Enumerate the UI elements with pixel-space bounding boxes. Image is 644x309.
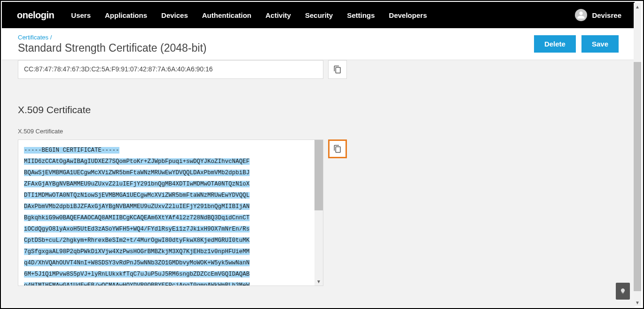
nav-item-devices[interactable]: Devices: [161, 11, 188, 19]
fingerprint-value[interactable]: CC:87:47:78:47:67:3D:C2:5A:F9:91:07:42:8…: [18, 60, 323, 79]
cert-scroll-thumb[interactable]: [314, 140, 323, 210]
nav-item-activity[interactable]: Activity: [266, 11, 291, 19]
breadcrumb: Certificates /: [18, 34, 534, 41]
content-area: CC:87:47:78:47:67:3D:C2:5A:F9:91:07:42:8…: [2, 60, 635, 307]
cert-scroll-down-icon[interactable]: ▼: [314, 277, 323, 286]
page-scroll-up-icon[interactable]: ▲: [634, 3, 641, 10]
x509-field-label: X.509 Certificate: [18, 128, 619, 135]
nav-item-authentication[interactable]: Authentication: [202, 11, 251, 19]
delete-button[interactable]: Delete: [534, 35, 576, 53]
brand-logo[interactable]: onelogin: [17, 10, 54, 21]
page-scroll-down-icon[interactable]: ▼: [634, 299, 641, 306]
lightbulb-icon: [620, 287, 626, 295]
page-scroll-thumb[interactable]: [634, 62, 641, 291]
nav-item-settings[interactable]: Settings: [347, 11, 375, 19]
header-actions: Delete Save: [534, 35, 619, 53]
page-scrollbar[interactable]: ▲ ▼: [634, 3, 641, 306]
nav-item-security[interactable]: Security: [305, 11, 333, 19]
breadcrumb-link-certificates[interactable]: Certificates: [18, 34, 48, 41]
save-button[interactable]: Save: [581, 35, 619, 53]
nav-item-users[interactable]: Users: [71, 11, 91, 19]
cert-scrollbar[interactable]: ▲ ▼: [314, 140, 323, 286]
nav-item-applications[interactable]: Applications: [105, 11, 147, 19]
user-menu[interactable]: Devisree: [575, 9, 621, 21]
x509-row: -----BEGIN CERTIFICATE----- MIID6zCCAtOg…: [18, 139, 347, 286]
nav-item-developers[interactable]: Developers: [389, 11, 427, 19]
avatar: [575, 9, 587, 21]
copy-fingerprint-button[interactable]: [328, 60, 347, 79]
copy-icon: [333, 65, 342, 74]
x509-section-title: X.509 Certificate: [18, 104, 619, 116]
top-navbar: onelogin Users Applications Devices Auth…: [2, 2, 635, 28]
help-button[interactable]: [616, 283, 630, 300]
user-name: Devisree: [592, 11, 621, 19]
copy-icon: [333, 145, 342, 153]
breadcrumb-separator: /: [48, 34, 52, 41]
x509-certificate-textarea[interactable]: -----BEGIN CERTIFICATE----- MIID6zCCAtOg…: [18, 139, 323, 286]
copy-certificate-button[interactable]: [328, 139, 347, 158]
page-header: Certificates / Standard Strength Certifi…: [2, 28, 635, 60]
nav-items: Users Applications Devices Authenticatio…: [71, 11, 575, 19]
page-title: Standard Strength Certificate (2048-bit): [18, 42, 534, 54]
fingerprint-row: CC:87:47:78:47:67:3D:C2:5A:F9:91:07:42:8…: [18, 60, 347, 79]
